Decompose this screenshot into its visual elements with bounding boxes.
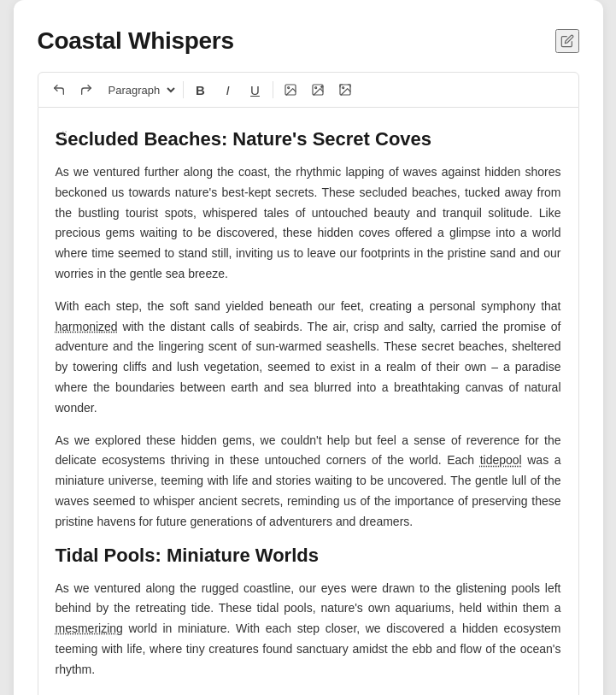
image-plus-icon [311, 83, 325, 97]
heading-2: Tidal Pools: Miniature Worlds [56, 545, 561, 567]
svg-point-3 [314, 87, 316, 89]
edit-button[interactable] [555, 29, 579, 53]
italic-button[interactable]: I [216, 78, 240, 102]
insert-image-frame-button[interactable] [333, 78, 357, 102]
paragraph-5: Peering into these natural basins, we ma… [56, 692, 561, 695]
card-header: Coastal Whispers [38, 27, 579, 55]
image-frame-icon [338, 83, 352, 97]
insert-image-button[interactable] [279, 78, 302, 102]
para4-text: As we ventured along the rugged coastlin… [56, 581, 561, 676]
main-card: Coastal Whispers Paragraph B I U [14, 0, 603, 695]
svg-point-1 [287, 87, 289, 89]
svg-point-7 [342, 87, 343, 89]
paragraph-4: As we ventured along the rugged coastlin… [56, 579, 561, 680]
paragraph-3: As we explored these hidden gems, we cou… [56, 431, 561, 533]
para2-after-harmonized: with the distant calls of seabirds. The … [56, 320, 561, 415]
para2-harmonized: harmonized [56, 320, 118, 333]
toolbar-divider-2 [273, 81, 273, 98]
redo-button[interactable] [74, 78, 98, 102]
undo-button[interactable] [47, 78, 71, 102]
image-icon [284, 83, 297, 97]
para2-before-harmonized: With each step, the soft sand yielded be… [56, 299, 561, 313]
paragraph-1: As we ventured further along the coast, … [56, 162, 561, 285]
toolbar: Paragraph B I U [38, 72, 579, 108]
undo-icon [52, 83, 66, 97]
insert-image-plus-button[interactable] [306, 78, 330, 102]
page-title: Coastal Whispers [38, 27, 234, 55]
editor-area[interactable]: ⠿ Secluded Beaches: Nature's Secret Cove… [38, 108, 579, 695]
drag-handle[interactable]: ⠿ [61, 130, 68, 142]
pencil-icon [560, 34, 574, 48]
redo-icon [79, 83, 93, 97]
paragraph-select[interactable]: Paragraph [102, 83, 178, 97]
underline-button[interactable]: U [243, 78, 267, 102]
mesmerizing-text: mesmerizing [56, 621, 123, 635]
toolbar-divider-1 [183, 81, 184, 98]
para3-tidepool: tidepool [480, 453, 522, 467]
paragraph-2: With each step, the soft sand yielded be… [56, 297, 561, 419]
section-1-block: ⠿ Secluded Beaches: Nature's Secret Cove… [56, 128, 561, 150]
bold-button[interactable]: B [189, 78, 213, 102]
heading-1: Secluded Beaches: Nature's Secret Coves [56, 128, 561, 150]
